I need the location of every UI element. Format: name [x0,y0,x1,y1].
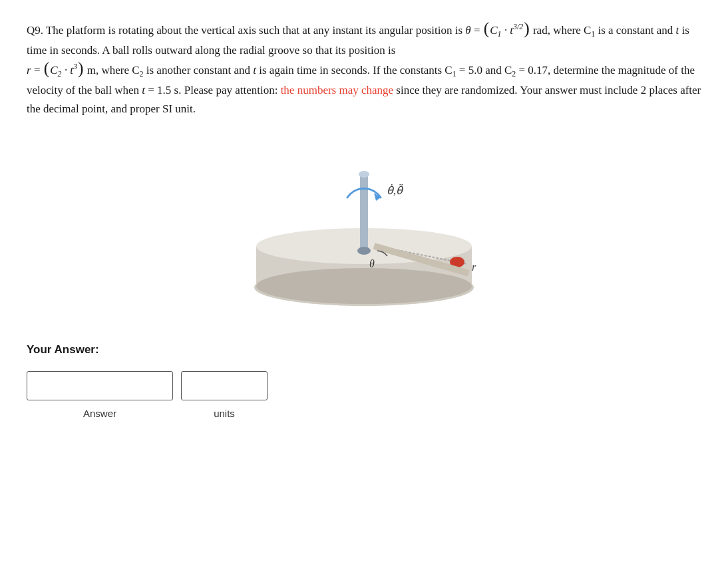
question-number: Q9 [27,24,41,37]
input-labels-row: Answer units [27,406,701,422]
randomized-warning: the numbers may change [281,84,393,96]
answer-label: Answer [27,406,173,422]
question-text: Q9. The platform is rotating about the v… [27,20,701,118]
constants-phrase: the constants [383,64,442,76]
theta-angle-label: θ [369,258,375,269]
diagram-container: θ̇,θ̈ θ r [27,134,701,321]
svg-point-9 [359,171,369,178]
input-row [27,371,701,400]
units-label: units [181,406,268,422]
question-block: Q9. The platform is rotating about the v… [27,20,701,422]
svg-point-10 [357,247,371,255]
r-formula-line: r = (C2 · t3) m, where C2 is another con… [27,60,701,118]
answer-section: Your Answer: Answer units [27,341,701,422]
r-label: r [472,261,476,273]
answer-input[interactable] [27,371,173,400]
svg-point-3 [256,268,472,304]
svg-rect-8 [360,174,368,251]
platform-diagram: θ̇,θ̈ θ r [238,134,490,321]
theta-dot-label: θ̇,θ̈ [387,184,404,196]
your-answer-label: Your Answer: [27,341,701,359]
question-paragraph: Q9. The platform is rotating about the v… [27,20,701,60]
theta-symbol: θ [465,24,470,37]
units-input[interactable] [181,371,268,400]
